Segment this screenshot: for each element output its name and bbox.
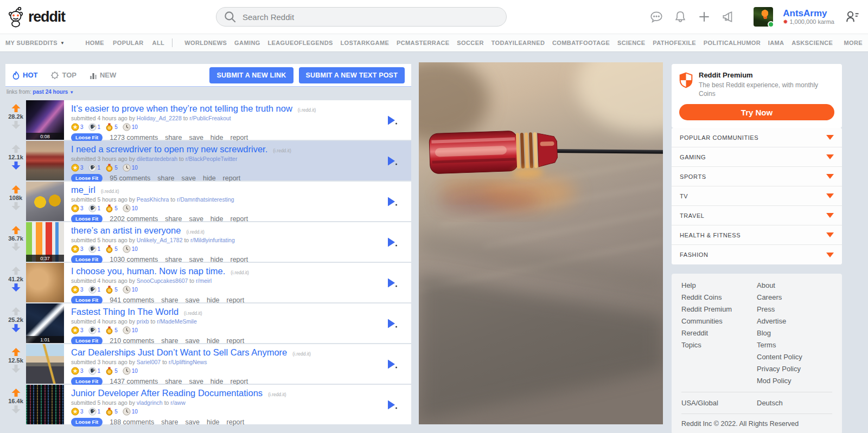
post-action-report[interactable]: report [231, 134, 248, 141]
notifications-bell-icon[interactable] [673, 10, 687, 24]
chat-icon[interactable] [649, 10, 663, 24]
nav-subreddit-lostarkgame[interactable]: LOSTARKGAME [340, 40, 389, 46]
post-action-share[interactable]: share [165, 378, 182, 385]
post-action-hide[interactable]: hide [207, 296, 220, 304]
post-action-report[interactable]: report [231, 378, 248, 385]
post-title[interactable]: I need a screwdriver to open my new scre… [71, 144, 267, 154]
language-usa-global[interactable]: USA/Global [681, 399, 757, 407]
expand-post-button[interactable] [387, 237, 397, 247]
downvote-arrow-icon[interactable] [11, 121, 21, 129]
upvote-arrow-icon[interactable] [11, 267, 21, 275]
comments-link[interactable]: 1273 comments [110, 134, 158, 141]
nav-subreddit-pcmasterrace[interactable]: PCMASTERRACE [397, 40, 450, 46]
footer-link-rereddit[interactable]: Rereddit [681, 329, 757, 337]
post-action-save[interactable]: save [186, 296, 200, 304]
create-post-plus-icon[interactable] [697, 10, 711, 24]
expand-post-button[interactable] [387, 400, 397, 409]
nav-subreddit-gaming[interactable]: GAMING [234, 40, 260, 46]
post-title[interactable]: me_irl [71, 185, 95, 195]
expand-post-button[interactable] [387, 278, 397, 287]
upvote-arrow-icon[interactable] [11, 348, 21, 356]
post-action-report[interactable]: report [227, 418, 245, 426]
search-bar[interactable] [216, 7, 507, 27]
language-deutsch[interactable]: Deutsch [757, 399, 832, 407]
comments-link[interactable]: 188 comments [110, 418, 154, 426]
post-subreddit-link[interactable]: r/PublicFreakout [189, 115, 231, 121]
footer-link-mod-policy[interactable]: Mod Policy [757, 377, 832, 385]
nav-subreddit-askscience[interactable]: ASKSCIENCE [792, 40, 833, 46]
post-thumbnail[interactable] [26, 385, 64, 424]
post-action-share[interactable]: share [161, 296, 178, 304]
account-menu-icon[interactable] [844, 9, 860, 25]
post-action-hide[interactable]: hide [210, 378, 224, 385]
footer-link-blog[interactable]: Blog [757, 329, 832, 337]
post-action-save[interactable]: save [189, 378, 203, 385]
upvote-arrow-icon[interactable] [11, 226, 21, 234]
post-thumbnail[interactable]: 0:08 [26, 100, 64, 140]
nav-subreddit-todayilearned[interactable]: TODAYILEARNED [492, 40, 545, 46]
post-subreddit-link[interactable]: r/Mildlyinfuritating [190, 237, 235, 243]
search-input[interactable] [242, 12, 500, 22]
downvote-arrow-icon[interactable] [11, 324, 21, 332]
post-author-link[interactable]: Unlikely_Ad_1782 [137, 237, 183, 243]
footer-link-help[interactable]: Help [681, 281, 757, 289]
post-author-link[interactable]: PeasKhichra [137, 196, 169, 203]
nav-subreddit-politicalhumor[interactable]: POLITICALHUMOR [704, 40, 761, 46]
post-title[interactable]: Fastest Thing In The World [71, 307, 178, 317]
accordion-section-gaming[interactable]: GAMING [672, 147, 842, 167]
post-action-hide[interactable]: hide [207, 418, 220, 426]
nav-subreddit-combatfootage[interactable]: COMBATFOOTAGE [552, 40, 610, 46]
post-action-share[interactable]: share [165, 215, 182, 223]
post-title[interactable]: Junior Developer After Reading Documenta… [71, 388, 263, 398]
links-from-filter[interactable]: links from: past 24 hours ▼ [7, 89, 74, 95]
post-action-report[interactable]: report [227, 296, 245, 304]
post-action-save[interactable]: save [186, 418, 200, 426]
nav-subreddit-iama[interactable]: IAMA [768, 40, 784, 46]
footer-link-topics[interactable]: Topics [681, 341, 757, 349]
post-action-hide[interactable]: hide [210, 256, 224, 263]
post-thumbnail[interactable]: 0:37 [26, 222, 64, 262]
comments-link[interactable]: 1437 comments [110, 378, 158, 385]
post-author-link[interactable]: prixb [137, 318, 149, 325]
expand-post-button[interactable] [387, 359, 397, 369]
post-thumbnail[interactable] [26, 182, 64, 221]
my-subreddits-dropdown[interactable]: MY SUBREDDITS▼ [5, 40, 65, 46]
post-author-link[interactable]: Sariel007 [137, 359, 161, 365]
reddit-logo[interactable]: reddit [5, 6, 65, 28]
post-subreddit-link[interactable]: r/MadeMeSmile [157, 318, 197, 325]
tab-new[interactable]: NEW [90, 71, 116, 79]
post-action-share[interactable]: share [165, 134, 182, 141]
accordion-section-popular-communities[interactable]: POPULAR COMMUNITIES [672, 128, 842, 147]
accordion-section-fashion[interactable]: FASHION [672, 245, 842, 264]
post-title[interactable]: there’s an artist in everyone [71, 225, 181, 236]
post-action-save[interactable]: save [182, 175, 196, 182]
post-action-report[interactable]: report [223, 175, 241, 182]
username[interactable]: AntsArmy [783, 8, 834, 19]
downvote-arrow-icon[interactable] [11, 365, 21, 373]
post-action-report[interactable]: report [231, 256, 248, 263]
upvote-arrow-icon[interactable] [11, 185, 21, 193]
post-title[interactable]: Car Dealerships Just Don’t Want to Sell … [71, 347, 287, 358]
post-action-hide[interactable]: hide [203, 175, 216, 182]
footer-link-privacy-policy[interactable]: Privacy Policy [757, 365, 832, 373]
post-action-report[interactable]: report [227, 337, 245, 345]
footer-link-terms[interactable]: Terms [757, 341, 832, 349]
post-action-save[interactable]: save [189, 134, 203, 141]
post-thumbnail[interactable] [26, 141, 64, 180]
downvote-arrow-icon[interactable] [11, 243, 21, 251]
footer-link-careers[interactable]: Careers [757, 293, 832, 301]
upvote-arrow-icon[interactable] [11, 145, 21, 153]
nav-subreddit-science[interactable]: SCIENCE [617, 40, 646, 46]
post-action-hide[interactable]: hide [207, 337, 220, 345]
post-title[interactable]: It’s easier to prove when they’re not te… [71, 104, 292, 114]
announcements-megaphone-icon[interactable] [721, 10, 735, 24]
post-subreddit-link[interactable]: r/BlackPeopleTwitter [186, 156, 238, 162]
post-action-report[interactable]: report [231, 215, 248, 223]
post-action-hide[interactable]: hide [210, 134, 224, 141]
submit-link-button[interactable]: SUBMIT A NEW LINK [209, 67, 293, 83]
upvote-arrow-icon[interactable] [11, 389, 21, 397]
post-action-share[interactable]: share [157, 175, 174, 182]
nav-subreddit-worldnews[interactable]: WORLDNEWS [184, 40, 227, 46]
upvote-arrow-icon[interactable] [11, 307, 21, 315]
nav-subreddit-soccer[interactable]: SOCCER [457, 40, 483, 46]
